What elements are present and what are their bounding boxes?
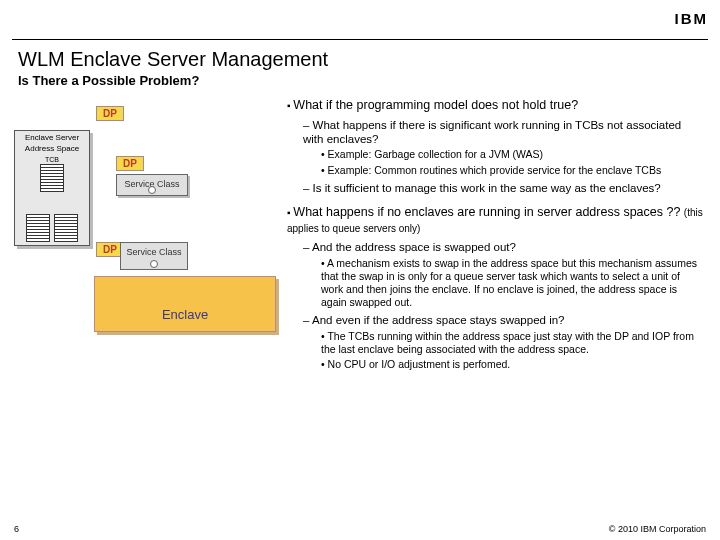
bullet-l3: Example: Garbage collection for a JVM (W… (321, 148, 704, 161)
server-address-space-box: Enclave Server Address Space TCB (14, 130, 90, 246)
bullet-l1: What happens if no enclaves are running … (287, 205, 704, 236)
bullet-l2: And even if the address space stays swap… (303, 313, 704, 327)
architecture-diagram: DP Enclave Server Address Space TCB DP S… (8, 98, 283, 448)
bullet-l3: Example: Common routines which provide s… (321, 164, 704, 177)
bullet-l3: A mechanism exists to swap in the addres… (321, 257, 704, 310)
footer: 6 © 2010 IBM Corporation (0, 524, 720, 534)
tcb-icon (54, 214, 78, 242)
service-class-box: Service Class (116, 174, 188, 196)
tcb-label: TCB (18, 156, 86, 163)
bullet-l3: The TCBs running within the address spac… (321, 330, 704, 356)
dp-badge: DP (116, 156, 144, 171)
service-class-box: Service Class (120, 242, 188, 270)
bullet-l2: What happens if there is significant wor… (303, 118, 704, 147)
server-label-line2: Address Space (18, 145, 86, 154)
page-number: 6 (14, 524, 19, 534)
bullet-l2: And the address space is swapped out? (303, 240, 704, 254)
page-title: WLM Enclave Server Management (18, 48, 720, 71)
server-label-line1: Enclave Server (18, 134, 86, 143)
copyright: © 2010 IBM Corporation (609, 524, 706, 534)
content: DP Enclave Server Address Space TCB DP S… (0, 98, 720, 448)
bullet-l3: No CPU or I/O adjustment is perfomed. (321, 358, 704, 371)
ibm-logo: IBM (675, 10, 709, 27)
page-subtitle: Is There a Possible Problem? (18, 73, 720, 88)
tcb-icon (40, 164, 64, 192)
dp-badge: DP (96, 106, 124, 121)
text-column: What if the programming model does not h… (283, 98, 720, 448)
enclave-box: Enclave (94, 276, 276, 332)
header-bar: IBM (12, 4, 708, 40)
bullet-l1: What if the programming model does not h… (287, 98, 704, 114)
bullet-text: What happens if no enclaves are running … (293, 205, 684, 219)
tcb-icon (26, 214, 50, 242)
bullet-l2: Is it sufficient to manage this work in … (303, 181, 704, 195)
